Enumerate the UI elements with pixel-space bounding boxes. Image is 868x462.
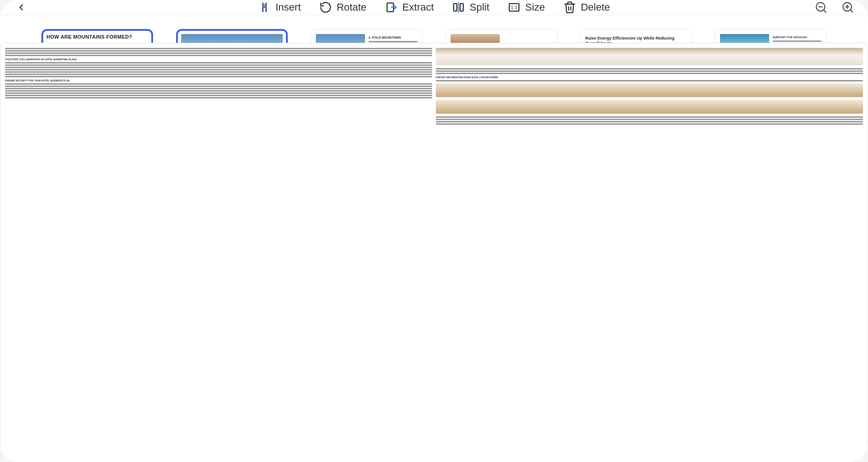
insert-button[interactable]: Insert (258, 1, 301, 14)
page-thumbnail-12[interactable]: FACILITATE COLLABORATION ON HOTEL MARKET… (0, 43, 868, 462)
page-thumbnail-1[interactable]: HOW ARE MOUNTAINS FORMED? (41, 29, 153, 43)
page-cell: FACILITATE COLLABORATION ON HOTEL MARKET… (0, 43, 868, 462)
size-label: Size (525, 1, 545, 13)
thumb-image (436, 100, 863, 114)
page-cell: 4. UPLIFTED PASSIVE MARGINS 5. RESIDUAL … (445, 29, 557, 43)
split-button[interactable]: Split (452, 1, 490, 14)
thumb-heading: EXPORT INFORMATION FROM BOOK & ROOM FORM… (436, 76, 863, 79)
split-icon (452, 1, 465, 14)
delete-button[interactable]: Delete (563, 1, 610, 14)
back-button[interactable] (14, 0, 29, 15)
thumb-image (720, 34, 769, 43)
thumb-heading: SUPPORT FOR SERVICES (773, 36, 822, 39)
zoom-in-button[interactable] (841, 1, 854, 14)
page-thumbnail-2[interactable]: TYPE OF MOUNTAINS AND HOW ARE THEY FORME… (176, 29, 288, 43)
pdf-page-manager: Insert Rotate Extract Split 1:1 Size Del… (0, 0, 868, 462)
insert-icon (258, 1, 271, 14)
thumb-heading: FACILITATE COLLABORATION ON HOTEL MARKET… (5, 58, 432, 61)
svg-text:1:1: 1:1 (511, 5, 518, 10)
thumb-image (436, 83, 863, 97)
thumb-image (181, 34, 283, 43)
extract-label: Extract (402, 1, 434, 13)
chevron-left-icon (16, 2, 26, 12)
thumb-heading: 2. FOLD MOUNTAINS (369, 36, 418, 40)
size-icon: 1:1 (508, 1, 520, 14)
svg-line-10 (850, 10, 852, 12)
extract-icon (385, 1, 398, 14)
rotate-button[interactable]: Rotate (319, 1, 366, 14)
thumb-title: Raise Energy Efficiencies Up While Reduc… (585, 36, 687, 43)
thumb-title: HOW ARE MOUNTAINS FORMED? (46, 34, 148, 40)
thumb-image (436, 48, 863, 65)
extract-button[interactable]: Extract (385, 1, 434, 14)
size-button[interactable]: 1:1 Size (508, 1, 545, 14)
toolbar-actions: Insert Rotate Extract Split 1:1 Size Del… (258, 1, 610, 14)
split-label: Split (470, 1, 490, 13)
page-thumbnail-5[interactable]: Raise Energy Efficiencies Up While Reduc… (580, 29, 692, 43)
insert-label: Insert (275, 1, 301, 13)
zoom-controls (815, 1, 854, 14)
page-cell: TYPE OF MOUNTAINS AND HOW ARE THEY FORME… (176, 29, 288, 43)
toolbar: Insert Rotate Extract Split 1:1 Size Del… (0, 0, 868, 15)
page-cell: Raise Energy Efficiencies Up While Reduc… (580, 29, 692, 43)
page-cell: 2. FOLD MOUNTAINS 3. BLOCK MOUNTAINS (311, 29, 423, 43)
svg-rect-1 (454, 4, 457, 11)
page-thumbnail-4[interactable]: 4. UPLIFTED PASSIVE MARGINS 5. RESIDUAL … (445, 29, 557, 43)
page-thumbnail-3[interactable]: 2. FOLD MOUNTAINS 3. BLOCK MOUNTAINS (311, 29, 423, 43)
zoom-in-icon (841, 1, 854, 14)
page-grid: HOW ARE MOUNTAINS FORMED? 1 TYPE OF M (0, 15, 868, 43)
zoom-out-icon (815, 1, 828, 14)
trash-icon (563, 1, 576, 14)
delete-label: Delete (581, 1, 610, 13)
zoom-out-button[interactable] (815, 1, 828, 14)
thumb-heading: ENSURE SECURITY FOR YOUR HOTEL BUSINESS … (5, 79, 432, 82)
page-cell: HOW ARE MOUNTAINS FORMED? 1 (41, 29, 153, 43)
svg-rect-2 (460, 4, 463, 11)
page-thumbnail-6[interactable]: SUPPORT FOR SERVICES CLEAR STATEMENTS RE… (715, 29, 827, 43)
svg-line-7 (823, 10, 826, 12)
rotate-icon (319, 1, 332, 14)
page-cell: SUPPORT FOR SERVICES CLEAR STATEMENTS RE… (715, 29, 827, 43)
rotate-label: Rotate (337, 1, 366, 13)
thumb-image (451, 34, 500, 43)
thumb-image (316, 34, 365, 43)
